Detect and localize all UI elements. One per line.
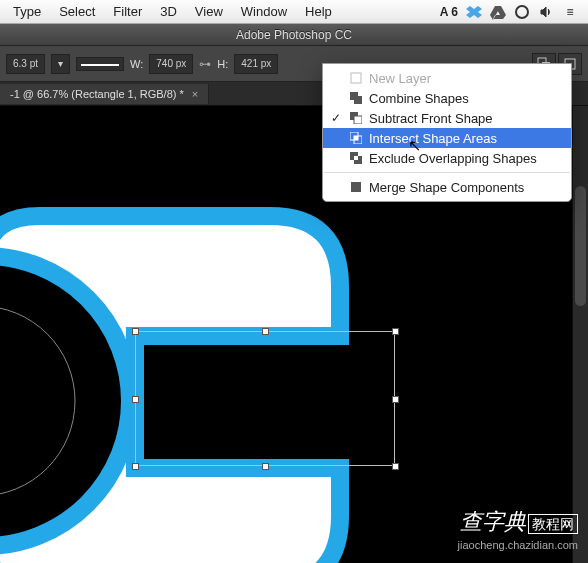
menu-view[interactable]: View [186, 4, 232, 19]
menu-item-combine-shapes[interactable]: Combine Shapes [323, 88, 571, 108]
menu-item-exclude[interactable]: Exclude Overlapping Shapes [323, 148, 571, 168]
width-label: W: [130, 58, 143, 70]
intersect-icon [349, 131, 363, 145]
stroke-weight-field[interactable]: 6.3 pt [6, 54, 45, 74]
selection-handle-w[interactable] [132, 396, 139, 403]
document-tab-label: -1 @ 66.7% (Rectangle 1, RGB/8) * [10, 88, 184, 100]
height-label: H: [217, 58, 228, 70]
watermark: 查字典教程网 jiaocheng.chazidian.com [458, 507, 578, 551]
menu-item-intersect[interactable]: Intersect Shape Areas [323, 128, 571, 148]
sound-icon[interactable] [538, 4, 554, 20]
checkmark-icon: ✓ [329, 111, 343, 125]
menu-window[interactable]: Window [232, 4, 296, 19]
menu-extras-icon[interactable]: ≡ [562, 4, 578, 20]
svg-rect-12 [351, 182, 361, 192]
menu-select[interactable]: Select [50, 4, 104, 19]
width-field[interactable]: 740 px [149, 54, 193, 74]
subtract-icon [349, 111, 363, 125]
stroke-dropdown[interactable]: ▾ [51, 54, 70, 74]
document-tab[interactable]: -1 @ 66.7% (Rectangle 1, RGB/8) * × [0, 84, 209, 104]
menu-item-subtract-front[interactable]: ✓ Subtract Front Shape [323, 108, 571, 128]
scrollbar-vertical[interactable] [572, 106, 588, 563]
menu-filter[interactable]: Filter [104, 4, 151, 19]
selection-handle-e[interactable] [392, 396, 399, 403]
scrollbar-thumb[interactable] [575, 186, 586, 306]
svg-rect-11 [354, 136, 358, 140]
drive-icon[interactable] [490, 4, 506, 20]
svg-rect-8 [354, 116, 362, 124]
height-field[interactable]: 421 px [234, 54, 278, 74]
svg-rect-5 [351, 73, 361, 83]
combine-icon [349, 91, 363, 105]
selection-box[interactable] [135, 331, 395, 466]
dropbox-icon[interactable] [466, 4, 482, 20]
svg-point-0 [516, 6, 528, 18]
link-dimensions-icon[interactable]: ⊶ [199, 57, 211, 71]
selection-handle-ne[interactable] [392, 328, 399, 335]
svg-rect-7 [354, 96, 362, 104]
menu-status-area: A 6 ≡ [440, 4, 584, 20]
path-operations-menu: New Layer Combine Shapes ✓ Subtract Fron… [322, 63, 572, 202]
new-layer-icon [349, 71, 363, 85]
menu-item-new-layer: New Layer [323, 68, 571, 88]
selection-handle-se[interactable] [392, 463, 399, 470]
exclude-icon [349, 151, 363, 165]
behance-icon[interactable]: A 6 [440, 5, 458, 19]
menu-help[interactable]: Help [296, 4, 341, 19]
selection-handle-sw[interactable] [132, 463, 139, 470]
merge-icon [349, 180, 363, 194]
window-titlebar: Adobe Photoshop CC [0, 24, 588, 46]
selection-handle-s[interactable] [262, 463, 269, 470]
selection-handle-nw[interactable] [132, 328, 139, 335]
menu-type[interactable]: Type [4, 4, 50, 19]
menu-item-merge[interactable]: Merge Shape Components [323, 177, 571, 197]
creative-cloud-icon[interactable] [514, 4, 530, 20]
menu-separator [324, 172, 570, 173]
close-icon[interactable]: × [192, 88, 198, 100]
app-menu-bar: Type Select Filter 3D View Window Help A… [0, 0, 588, 24]
selection-handle-n[interactable] [262, 328, 269, 335]
stroke-preview[interactable] [76, 57, 124, 71]
menu-3d[interactable]: 3D [151, 4, 186, 19]
svg-point-4 [0, 306, 75, 496]
